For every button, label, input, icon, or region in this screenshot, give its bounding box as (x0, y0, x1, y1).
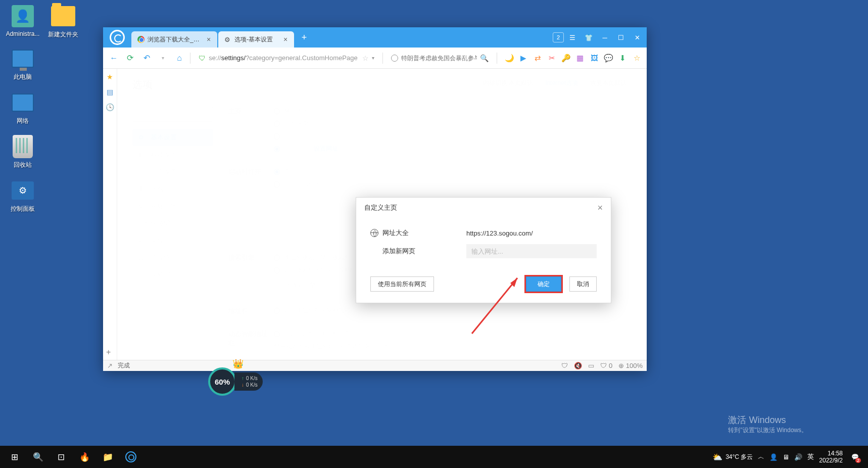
maximize-icon[interactable]: ☐ (613, 30, 629, 44)
search-input[interactable] (401, 55, 477, 62)
sidebar-book-icon[interactable]: ▤ (107, 88, 113, 96)
add-url-input[interactable] (466, 244, 597, 258)
nav-item-basic[interactable]: ⚙基本设置 (132, 129, 213, 146)
desktop-icon-controlpanel[interactable]: 控制面板 (4, 178, 41, 213)
nav-item-tab[interactable]: ◧标签设置 (132, 146, 213, 163)
ok-button[interactable]: 确定 (526, 276, 561, 292)
skin-icon[interactable]: 👕 (581, 30, 596, 44)
desktop-icon-network[interactable]: 网络 (4, 90, 41, 125)
desktop-icon-newfolder[interactable]: 新建文件夹 (44, 4, 82, 39)
taskview-button[interactable]: ⊡ (50, 446, 73, 468)
status-zoom[interactable]: ⊕ 100% (618, 362, 643, 369)
undo-button[interactable]: ↶ (141, 52, 152, 64)
radio-startup-last[interactable]: 上次关闭时的页面 (274, 180, 632, 189)
close-icon[interactable]: ✕ (630, 30, 645, 44)
link-set-url[interactable]: 设置网址 (314, 145, 338, 153)
search-button[interactable]: 🔍 (26, 446, 50, 468)
back-button[interactable]: ← (108, 52, 119, 64)
shield-icon: 🛡 (138, 168, 146, 175)
download-icon[interactable]: ⬇ (617, 53, 628, 63)
use-all-pages-button[interactable]: 使用当前所有网页 (370, 276, 434, 292)
cancel-button[interactable]: 取消 (569, 276, 597, 292)
settings-search-input[interactable] (132, 107, 213, 122)
desktop-icon-admin[interactable]: Administra... (4, 4, 41, 37)
chat-icon[interactable]: 💬 (603, 53, 613, 63)
nav-item-security[interactable]: 🛡安全设置 (132, 163, 213, 180)
weather-widget[interactable]: ⛅34°C 多云 (712, 452, 753, 462)
address-bar[interactable]: 🛡 se://settings/?category=general.Custom… (196, 51, 377, 66)
fav-star-icon[interactable]: ☆ (632, 53, 642, 63)
toplink-internet[interactable]: Internet选项 (545, 79, 578, 87)
nav-item-advanced[interactable]: ≡高级 (132, 232, 213, 249)
tab-downloads[interactable]: 浏览器下载大全_浏览器 × (131, 31, 217, 48)
status-shield-icon[interactable]: 🛡 (561, 362, 568, 369)
download-speed: 0 K/s (246, 382, 258, 388)
url-text[interactable]: se://settings/?category=general.CustomHo… (209, 54, 359, 62)
desktop-icon-recyclebin[interactable]: 回收站 (4, 134, 41, 169)
address-dropdown-icon[interactable]: ▾ (372, 55, 374, 61)
toplink-restore[interactable]: 恢复本页默认 (590, 79, 626, 87)
minimize-icon[interactable]: ─ (597, 30, 612, 44)
tray-network-icon[interactable]: 🖥 (783, 453, 789, 461)
tray-ime[interactable]: 英 (807, 452, 814, 461)
reload-button[interactable]: ⟳ (124, 52, 135, 64)
tray-volume-icon[interactable]: 🔊 (794, 453, 802, 461)
radio-homepage-blank[interactable]: 空白页 (274, 132, 632, 141)
video-icon[interactable]: ▶ (518, 53, 528, 63)
notification-center-icon[interactable]: 💬2 (848, 450, 862, 464)
status-block-badge[interactable]: 🛡 0 (600, 362, 612, 369)
check-smart-enable[interactable]: 开启动态智能地址栏推荐功能 (274, 330, 632, 338)
check-addrbar-paste[interactable]: 启用地址栏粘贴复制功能 (274, 306, 632, 315)
dialog-close-icon[interactable]: × (597, 203, 603, 213)
status-window-icon[interactable]: ▭ (588, 362, 594, 369)
tab-settings[interactable]: ⚙ 选项-基本设置 × (218, 31, 294, 48)
clock[interactable]: 14:58 2022/9/2 (819, 450, 843, 464)
nightmode-icon[interactable]: 🌙 (504, 53, 514, 63)
key-icon[interactable]: 🔑 (561, 53, 571, 63)
tray-chevron-icon[interactable]: ︿ (758, 452, 764, 461)
nav-item-download[interactable]: ⬇下载 (132, 180, 213, 198)
status-mute-icon[interactable]: 🔇 (574, 362, 582, 369)
check-smart-source[interactable]: 使用动态智能地址栏时，推荐内容来自于： (274, 342, 632, 351)
nav-item-gesture[interactable]: ↯鼠标手势 (132, 198, 213, 215)
nav-item-shortcut[interactable]: ⌨快捷键 (132, 215, 213, 232)
search-bar[interactable]: 🔍 (388, 51, 492, 65)
undo-dropdown[interactable]: ▾ (157, 52, 168, 64)
scissors-icon[interactable]: ✂ (547, 53, 557, 63)
sogou-logo-icon[interactable] (103, 27, 131, 48)
home-button[interactable]: ⌂ (174, 52, 185, 64)
bookmark-star-icon[interactable]: ☆ (362, 54, 369, 62)
note-icon[interactable]: ▦ (575, 53, 585, 63)
explorer-button[interactable]: 📁 (96, 446, 119, 468)
menu-icon[interactable]: ☰ (565, 30, 580, 44)
newtab-button[interactable]: + (298, 31, 310, 43)
radio-homepage-custom[interactable]: 自定义 设置网址 (274, 145, 632, 153)
sidebar-star-icon[interactable]: ★ (107, 73, 113, 81)
radio-startup-home[interactable]: 主页 (274, 167, 632, 176)
share-icon[interactable]: ↗ (107, 362, 113, 369)
browser-window: 浏览器下载大全_浏览器 × ⚙ 选项-基本设置 × + 2 ☰ 👕 ─ ☐ ✕ … (103, 27, 647, 371)
sidebar-history-icon[interactable]: 🕓 (106, 103, 114, 111)
firefox-button[interactable]: 🔥 (73, 446, 96, 468)
tab-close-icon[interactable]: × (205, 36, 212, 43)
notification-count: 2 (855, 458, 861, 463)
tab-label: 浏览器下载大全_浏览器 (148, 35, 202, 44)
toplink-kernel[interactable]: 内核切换 本页默认 (483, 79, 533, 87)
manage-search-dropdown[interactable]: 管理搜索引擎 (274, 278, 325, 292)
nav-item-lab[interactable]: ⋯实验室 (132, 266, 213, 284)
titlebar[interactable]: 浏览器下载大全_浏览器 × ⚙ 选项-基本设置 × + 2 ☰ 👕 ─ ☐ ✕ (103, 27, 647, 48)
translate-icon[interactable]: ⇄ (533, 53, 543, 63)
picture-icon[interactable]: 🖼 (589, 53, 599, 63)
tab-close-icon[interactable]: × (282, 36, 289, 43)
sidebar-add-icon[interactable]: + (106, 348, 111, 357)
speed-gadget[interactable]: 👑 60% ↑0 K/s ↓0 K/s (208, 367, 263, 396)
desktop-icon-thispc[interactable]: 此电脑 (4, 46, 41, 81)
search-icon[interactable]: 🔍 (480, 54, 489, 62)
sogou-browser-button[interactable] (119, 446, 142, 468)
tray-people-icon[interactable]: 👤 (769, 453, 778, 461)
window-count-badge[interactable]: 2 (553, 32, 564, 42)
nav-item-extensions[interactable]: ⊞扩展管理 (132, 249, 213, 266)
radio-homepage-favs[interactable]: 我的最爱 (274, 119, 632, 128)
radio-homepage-sitenav[interactable]: 网址大全 (274, 107, 632, 115)
start-button[interactable]: ⊞ (3, 446, 26, 468)
